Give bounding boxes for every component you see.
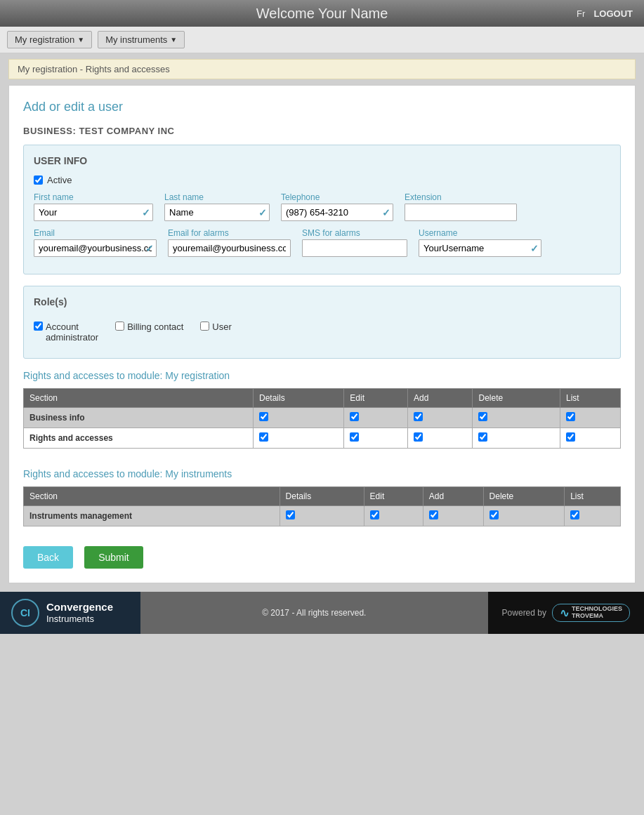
rights-accesses-add <box>408 428 473 449</box>
trovema-label: TECHNOLOGIESTROVEMA <box>572 606 622 620</box>
navbar: My registration ▼ My instruments ▼ <box>0 27 644 53</box>
active-label: Active <box>47 175 72 185</box>
telephone-label: Telephone <box>281 192 393 202</box>
sms-alarms-input[interactable] <box>302 239 407 257</box>
language-toggle[interactable]: Fr <box>577 8 585 19</box>
col-delete-header: Delete <box>473 389 560 408</box>
col-section-header2: Section <box>24 487 280 506</box>
user-info-row2: Email ✓ Email for alarms SMS for alarms … <box>34 228 610 257</box>
email-alarms-label: Email for alarms <box>168 228 291 238</box>
rights-my-instruments-title: Rights and accesses to module: My instru… <box>23 468 621 479</box>
col-list-header: List <box>560 389 620 408</box>
role-account-admin-label: Account <box>46 322 98 332</box>
rights-my-registration-table: Section Details Edit Add Delete List Bus… <box>23 388 621 449</box>
sms-alarms-label: SMS for alarms <box>302 228 407 238</box>
role-billing-contact: Billing contact <box>115 322 183 332</box>
user-info-row1: First name ✓ Last name ✓ Telephone ✓ <box>34 192 610 221</box>
role-account-admin-label2: administrator <box>46 332 98 343</box>
last-name-input[interactable] <box>164 204 270 221</box>
breadcrumb-text: My registration - Rights and accesses <box>18 64 170 74</box>
username-input-wrap: ✓ <box>419 239 541 257</box>
page-title: Add or edit a user <box>23 100 621 114</box>
rights-my-registration-title: Rights and accesses to module: My regist… <box>23 370 621 381</box>
extension-input[interactable] <box>405 204 517 221</box>
role-user-checkbox[interactable] <box>200 322 209 331</box>
nav-my-instruments-arrow: ▼ <box>170 36 177 44</box>
business-info-list <box>560 408 620 428</box>
col-edit-header2: Edit <box>364 487 423 506</box>
header-title: Welcome Your Name <box>67 6 577 22</box>
username-label: Username <box>419 228 541 238</box>
extension-label: Extension <box>405 192 517 202</box>
rights-my-registration-section: Rights and accesses to module: My regist… <box>23 370 621 449</box>
username-input[interactable] <box>419 239 541 257</box>
back-button[interactable]: Back <box>23 546 73 569</box>
active-checkbox[interactable] <box>34 175 43 185</box>
instruments-mgmt-list <box>565 506 621 526</box>
footer-brand-text: Convergence Instruments <box>46 600 113 625</box>
submit-button[interactable]: Submit <box>84 546 143 569</box>
table-row: Business info <box>24 408 621 428</box>
role-account-admin-checkbox[interactable] <box>34 322 43 331</box>
business-info-details <box>253 408 343 428</box>
email-group: Email ✓ <box>34 228 157 257</box>
col-section-header: Section <box>24 389 254 408</box>
rights-accesses-delete <box>473 428 560 449</box>
nav-my-registration[interactable]: My registration ▼ <box>7 31 92 48</box>
role-account-admin: Account administrator <box>34 322 98 343</box>
first-name-check-icon: ✓ <box>142 207 150 218</box>
rights-my-instruments-table: Section Details Edit Add Delete List Ins… <box>23 486 621 526</box>
extension-group: Extension <box>405 192 517 221</box>
footer-powered: Powered by ∿ TECHNOLOGIESTROVEMA <box>488 592 644 634</box>
col-add-header2: Add <box>423 487 483 506</box>
username-check-icon: ✓ <box>530 243 539 254</box>
business-info-delete <box>473 408 560 428</box>
footer-copyright: © 2017 - All rights reserved. <box>140 592 488 634</box>
brand-line2: Instruments <box>46 614 113 625</box>
email-input-wrap: ✓ <box>34 239 157 257</box>
trovema-logo: ∿ TECHNOLOGIESTROVEMA <box>552 604 630 622</box>
user-info-title: USER INFO <box>34 155 610 166</box>
email-check-icon: ✓ <box>145 243 154 254</box>
last-name-group: Last name ✓ <box>164 192 270 221</box>
business-info-add <box>408 408 473 428</box>
role-user: User <box>200 322 231 332</box>
last-name-check-icon: ✓ <box>258 207 267 218</box>
col-details-header: Details <box>253 389 343 408</box>
role-billing-contact-label: Billing contact <box>127 322 183 332</box>
last-name-input-wrap: ✓ <box>164 204 270 221</box>
ci-logo: CI <box>11 599 39 627</box>
telephone-group: Telephone ✓ <box>281 192 393 221</box>
email-alarms-group: Email for alarms <box>168 228 291 257</box>
col-details-header2: Details <box>280 487 364 506</box>
nav-my-registration-arrow: ▼ <box>77 36 84 44</box>
nav-my-registration-label: My registration <box>15 34 74 45</box>
instruments-mgmt-edit <box>364 506 423 526</box>
email-alarms-input[interactable] <box>168 239 291 257</box>
nav-my-instruments-label: My instruments <box>105 34 167 45</box>
roles-title: Role(s) <box>34 296 610 307</box>
col-delete-header2: Delete <box>483 487 565 506</box>
instruments-mgmt-delete <box>483 506 565 526</box>
first-name-input-wrap: ✓ <box>34 204 153 221</box>
user-info-card: USER INFO Active First name ✓ Last name … <box>23 145 621 274</box>
instruments-mgmt-cell: Instruments management <box>24 506 280 526</box>
instruments-mgmt-add <box>423 506 483 526</box>
telephone-input[interactable] <box>281 204 393 221</box>
rights-accesses-list <box>560 428 620 449</box>
main-content: Add or edit a user BUSINESS: TEST COMPAN… <box>8 85 636 583</box>
copyright-text: © 2017 - All rights reserved. <box>262 608 366 618</box>
email-input[interactable] <box>34 239 157 257</box>
logout-button[interactable]: LOGOUT <box>593 8 633 19</box>
rights-my-registration-module: My registration <box>165 370 230 381</box>
instruments-mgmt-details <box>280 506 364 526</box>
button-row: Back Submit <box>23 546 621 569</box>
role-billing-contact-checkbox[interactable] <box>115 322 124 331</box>
active-row: Active <box>34 175 610 185</box>
header: Welcome Your Name Fr LOGOUT <box>0 0 644 27</box>
telephone-check-icon: ✓ <box>382 207 390 218</box>
last-name-label: Last name <box>164 192 270 202</box>
nav-my-instruments[interactable]: My instruments ▼ <box>98 31 185 48</box>
first-name-input[interactable] <box>34 204 153 221</box>
powered-by-text: Powered by <box>502 608 546 618</box>
